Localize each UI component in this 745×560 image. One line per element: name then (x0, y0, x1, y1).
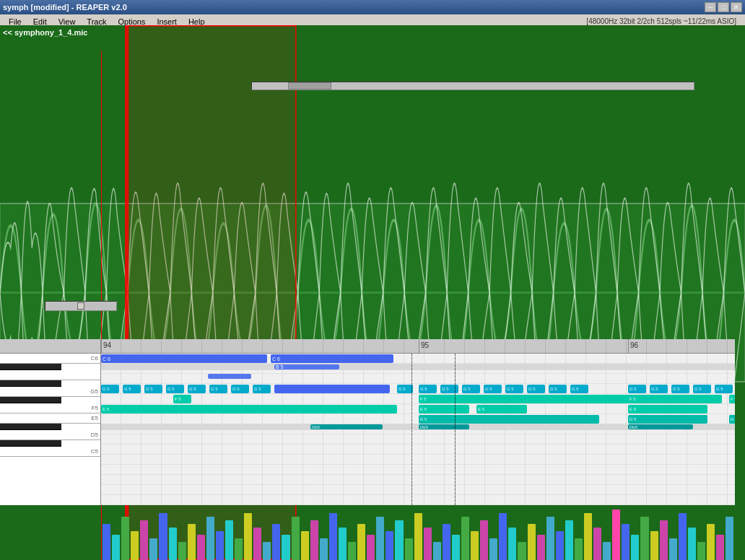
maximize-button[interactable]: □ (718, 2, 729, 12)
midi-note-f5-3[interactable]: F 5 (729, 395, 735, 403)
velocity-bar-53[interactable] (603, 542, 611, 560)
velocity-bar-31[interactable] (395, 520, 403, 560)
piano-key-a5[interactable] (0, 370, 100, 380)
velocity-bar-20[interactable] (292, 517, 300, 560)
midi-note-f5-1[interactable]: F 5 (173, 395, 191, 403)
midi-note-c6-1[interactable]: C 6 (101, 354, 267, 363)
velocity-bar-45[interactable] (528, 524, 536, 560)
midi-note-e5-2[interactable]: E 5 (419, 405, 469, 414)
velocity-bar-60[interactable] (669, 538, 677, 560)
piano-key-c5[interactable]: C5 (0, 447, 100, 457)
close-button[interactable]: ✕ (731, 2, 742, 12)
velocity-bar-38[interactable] (461, 517, 469, 560)
waveform-scroll-thumb[interactable] (288, 82, 331, 89)
midi-note-g5-14[interactable]: G 5 (484, 385, 502, 393)
velocity-bar-46[interactable] (537, 535, 545, 560)
midi-note-g5-23[interactable]: G 5 (715, 385, 733, 393)
midi-note-g5-5[interactable]: G 5 (188, 385, 206, 393)
velocity-bar-16[interactable] (253, 528, 261, 560)
velocity-bar-13[interactable] (225, 520, 233, 560)
velocity-bar-27[interactable] (357, 524, 365, 560)
midi-note-g5-10[interactable]: G 5 (397, 385, 413, 393)
midi-note-g5-8[interactable]: G 5 (253, 385, 271, 393)
midi-note-db5-2[interactable]: Db5 (419, 424, 469, 429)
piano-key-d5[interactable]: D5 (0, 430, 100, 440)
midi-note-d5-2[interactable]: D 5 (628, 415, 707, 424)
midi-note-g5-16[interactable]: G 5 (527, 385, 545, 393)
velocity-bar-8[interactable] (178, 542, 186, 560)
velocity-bar-64[interactable] (707, 524, 715, 560)
velocity-bar-56[interactable] (631, 535, 639, 560)
rate-slider[interactable] (45, 301, 117, 311)
midi-note-g5-1[interactable]: G 5 (101, 385, 119, 393)
velocity-bar-57[interactable] (640, 517, 648, 560)
velocity-bar-65[interactable] (716, 535, 724, 560)
velocity-bar-43[interactable] (508, 528, 516, 560)
note-grid[interactable]: 94 95 96 C 6 C 6 (101, 339, 735, 505)
midi-note-g5-9[interactable] (274, 385, 390, 393)
velocity-bar-15[interactable] (244, 513, 252, 560)
midi-note-d5-3[interactable]: D 5 (729, 415, 735, 424)
velocity-bar-4[interactable] (140, 520, 148, 560)
velocity-bar-37[interactable] (452, 535, 460, 560)
midi-note-g5-22[interactable]: G 5 (693, 385, 711, 393)
velocity-bar-35[interactable] (433, 542, 441, 560)
velocity-bar-59[interactable] (660, 520, 668, 560)
velocity-bar-42[interactable] (499, 513, 507, 560)
piano-key-ds5[interactable] (0, 424, 61, 430)
velocity-bar-48[interactable] (556, 531, 564, 560)
velocity-bar-30[interactable] (385, 531, 393, 560)
midi-note-db5-1[interactable]: Db5 (310, 424, 383, 429)
midi-note-g5-11[interactable]: G 5 (419, 385, 437, 393)
velocity-bar-62[interactable] (688, 528, 696, 560)
velocity-bar-49[interactable] (565, 520, 573, 560)
velocity-bar-2[interactable] (121, 517, 129, 560)
midi-note-e5-3[interactable]: E 5 (476, 405, 527, 414)
piano-key-gs5[interactable] (0, 397, 61, 403)
velocity-bar-18[interactable] (272, 524, 280, 560)
midi-note-g5-12[interactable]: G 5 (440, 385, 458, 393)
window-controls[interactable]: ─ □ ✕ (705, 2, 742, 12)
midi-note-ab5[interactable] (208, 374, 251, 379)
velocity-bar-47[interactable] (546, 517, 554, 560)
midi-note-g5-20[interactable]: G 5 (650, 385, 668, 393)
midi-note-g5-6[interactable]: G 5 (209, 385, 227, 393)
piano-key-b5[interactable] (0, 364, 61, 370)
velocity-bar-32[interactable] (405, 538, 413, 560)
midi-note-e5-4[interactable]: E 5 (628, 405, 707, 414)
midi-note-g5-4[interactable]: G 5 (166, 385, 184, 393)
velocity-bar-44[interactable] (518, 542, 526, 560)
piano-key-e5[interactable]: E5 (0, 414, 100, 424)
velocity-bar-52[interactable] (593, 528, 601, 560)
midi-note-g5-7[interactable]: G 5 (231, 385, 249, 393)
velocity-bar-28[interactable] (367, 535, 375, 560)
waveform-canvas[interactable]: << symphony_1_4.mic // Generated inline,… (231, 55, 735, 293)
velocity-bar-66[interactable] (726, 517, 733, 560)
velocity-bar-14[interactable] (235, 538, 243, 560)
piano-key-as5[interactable] (0, 380, 61, 387)
midi-note-e5-1[interactable]: E 5 (101, 405, 397, 414)
velocity-bar-61[interactable] (679, 513, 687, 560)
midi-note-d5-1[interactable]: D 5 (419, 415, 599, 424)
velocity-bar-41[interactable] (489, 538, 497, 560)
velocity-bar-24[interactable] (329, 513, 337, 560)
velocity-bar-11[interactable] (206, 517, 214, 560)
waveform-hscrollbar[interactable]: ◀ ▶ ⏭ ⊟ (231, 80, 735, 90)
waveform-scroll-track[interactable] (251, 82, 694, 90)
velocity-bar-5[interactable] (149, 538, 157, 560)
midi-note-g5-19[interactable]: G 5 (628, 385, 646, 393)
velocity-bar-23[interactable] (320, 538, 328, 560)
velocity-bar-29[interactable] (376, 517, 384, 560)
velocity-bar-34[interactable] (424, 528, 432, 560)
velocity-bar-26[interactable] (348, 542, 356, 560)
velocity-bar-58[interactable] (650, 531, 658, 560)
velocity-bar-6[interactable] (159, 513, 167, 560)
piano-key-g5[interactable]: G5 (0, 387, 100, 397)
velocity-bar-21[interactable] (301, 531, 309, 560)
velocity-bar-19[interactable] (282, 535, 289, 560)
piano-key-cs5[interactable] (0, 440, 61, 447)
midi-note-g5-17[interactable]: G 5 (549, 385, 567, 393)
velocity-bar-9[interactable] (188, 524, 196, 560)
velocity-bar-63[interactable] (697, 542, 705, 560)
midi-note-g5-18[interactable]: G 5 (570, 385, 588, 393)
